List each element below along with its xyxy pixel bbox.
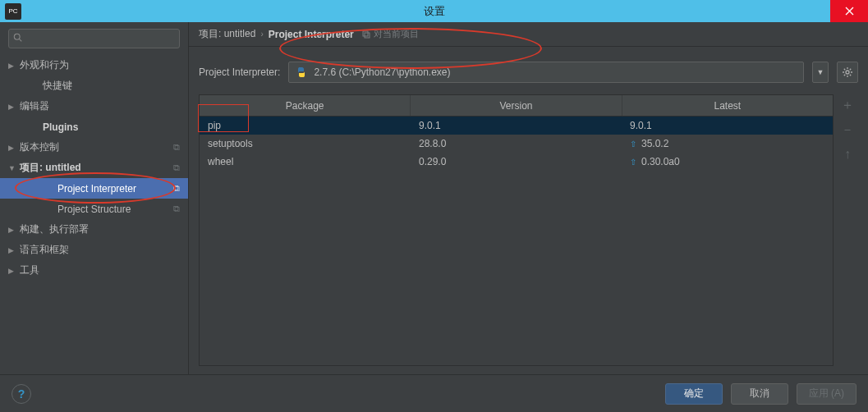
- column-latest[interactable]: Latest: [622, 95, 833, 116]
- tree-arrow-icon: ▶: [8, 62, 20, 70]
- tree-arrow-icon: ▶: [8, 226, 20, 234]
- svg-line-1: [19, 39, 21, 41]
- remove-package-button[interactable]: －: [838, 121, 857, 139]
- breadcrumb-project: 项目: untitled: [199, 27, 255, 41]
- table-row[interactable]: setuptools28.8.0⇧35.0.2: [200, 135, 833, 153]
- upgrade-available-icon: ⇧: [630, 158, 636, 167]
- svg-point-4: [846, 71, 849, 74]
- help-icon: ?: [18, 387, 25, 401]
- chevron-down-icon: ▼: [817, 68, 824, 76]
- table-cell: 0.29.0: [411, 156, 622, 167]
- sidebar-item[interactable]: ▶外观和行为: [0, 55, 188, 76]
- close-button[interactable]: [830, 0, 868, 22]
- ok-button[interactable]: 确定: [665, 383, 723, 405]
- sidebar-item-label: Plugins: [43, 121, 188, 133]
- settings-tree: ▶外观和行为快捷键▶编辑器Plugins▶版本控制⧉▼项目: untitled⧉…: [0, 53, 188, 374]
- interpreter-value: 2.7.6 (C:\Python27\python.exe): [314, 66, 450, 78]
- add-package-button[interactable]: ＋: [838, 96, 857, 114]
- gear-icon: [842, 66, 853, 78]
- breadcrumb-separator: ›: [260, 30, 263, 39]
- title-bar: PC 设置: [0, 0, 868, 22]
- sidebar-item[interactable]: ▼项目: untitled⧉: [0, 158, 188, 178]
- packages-table: Package Version Latest pip9.0.19.0.1setu…: [199, 94, 834, 366]
- sidebar-item[interactable]: ▶构建、执行部署: [0, 219, 188, 240]
- cell-text: 9.0.1: [630, 120, 652, 131]
- cell-text: pip: [208, 120, 221, 131]
- table-cell: pip: [200, 120, 411, 131]
- cell-text: 35.0.2: [641, 138, 668, 149]
- sidebar-item-label: Project Interpreter: [57, 183, 173, 195]
- minus-icon: －: [841, 121, 854, 139]
- breadcrumb: 项目: untitled › Project Interpreter 对当前项目: [189, 22, 868, 47]
- sidebar-item[interactable]: 快捷键: [0, 76, 188, 96]
- sidebar-item[interactable]: Project Structure⧉: [0, 199, 188, 219]
- copy-scope-icon: ⧉: [173, 183, 188, 194]
- sidebar-item-label: 项目: untitled: [20, 161, 173, 175]
- tree-arrow-icon: ▶: [8, 267, 20, 275]
- interpreter-dropdown-button[interactable]: ▼: [812, 62, 829, 83]
- copy-scope-icon: ⧉: [173, 204, 188, 214]
- app-icon: PC: [5, 3, 21, 20]
- help-button[interactable]: ?: [11, 384, 31, 404]
- sidebar-item[interactable]: ▶工具: [0, 260, 188, 281]
- settings-main-panel: 项目: untitled › Project Interpreter 对当前项目…: [189, 22, 868, 374]
- window-title: 设置: [424, 4, 445, 19]
- cell-text: 0.29.0: [419, 156, 446, 167]
- packages-toolbar: ＋ － ↑: [838, 94, 858, 366]
- breadcrumb-hint: 对当前项目: [362, 28, 419, 40]
- upgrade-package-button[interactable]: ↑: [838, 145, 857, 163]
- sidebar-item-label: 外观和行为: [20, 58, 188, 72]
- packages-header: Package Version Latest: [200, 95, 833, 117]
- cell-text: 9.0.1: [419, 120, 441, 131]
- table-cell: ⇧35.0.2: [622, 138, 833, 149]
- sidebar-item[interactable]: ▶版本控制⧉: [0, 137, 188, 158]
- svg-point-0: [14, 34, 20, 39]
- table-cell: 9.0.1: [411, 120, 622, 131]
- apply-button[interactable]: 应用 (A): [797, 383, 857, 405]
- table-cell: ⇧0.30.0a0: [622, 156, 833, 167]
- table-cell: setuptools: [200, 138, 411, 149]
- close-icon: [845, 7, 854, 16]
- sidebar-item-label: 版本控制: [20, 140, 173, 154]
- sidebar-item-label: 构建、执行部署: [20, 222, 188, 236]
- plus-icon: ＋: [841, 97, 854, 114]
- copy-scope-icon: ⧉: [173, 142, 188, 153]
- sidebar-item-label: 编辑器: [20, 99, 188, 113]
- table-cell: 9.0.1: [622, 120, 833, 131]
- table-row[interactable]: wheel0.29.0⇧0.30.0a0: [200, 153, 833, 171]
- cell-text: wheel: [208, 156, 233, 167]
- python-icon: [296, 66, 307, 78]
- tree-arrow-icon: ▶: [8, 246, 20, 254]
- column-version[interactable]: Version: [411, 95, 622, 116]
- cell-text: 0.30.0a0: [641, 156, 680, 167]
- sidebar-item-label: 语言和框架: [20, 243, 188, 257]
- sidebar-item-label: 工具: [20, 263, 188, 277]
- upgrade-available-icon: ⇧: [630, 140, 636, 149]
- cell-text: setuptools: [208, 138, 253, 149]
- column-package[interactable]: Package: [200, 95, 411, 116]
- sidebar-item[interactable]: Plugins: [0, 117, 188, 137]
- tree-arrow-icon: ▼: [8, 164, 20, 172]
- sidebar-item[interactable]: Project Interpreter⧉: [0, 178, 188, 199]
- interpreter-select[interactable]: 2.7.6 (C:\Python27\python.exe): [288, 62, 804, 83]
- interpreter-label: Project Interpreter:: [199, 66, 280, 78]
- sidebar-item-label: Project Structure: [57, 204, 173, 215]
- copy-scope-icon: ⧉: [173, 163, 188, 173]
- copy-icon: [362, 30, 370, 39]
- sidebar-item-label: 快捷键: [43, 79, 188, 93]
- table-cell: 28.8.0: [411, 138, 622, 149]
- up-arrow-icon: ↑: [844, 147, 851, 162]
- search-input[interactable]: [8, 29, 180, 48]
- tree-arrow-icon: ▶: [8, 144, 20, 152]
- sidebar-item[interactable]: ▶语言和框架: [0, 240, 188, 260]
- table-row[interactable]: pip9.0.19.0.1: [200, 117, 833, 135]
- sidebar-item[interactable]: ▶编辑器: [0, 96, 188, 117]
- cancel-button[interactable]: 取消: [731, 383, 788, 405]
- svg-rect-2: [363, 31, 368, 36]
- cell-text: 28.8.0: [419, 138, 446, 149]
- interpreter-settings-button[interactable]: [837, 62, 858, 83]
- dialog-footer: ? 确定 取消 应用 (A): [0, 374, 868, 412]
- table-cell: wheel: [200, 156, 411, 167]
- breadcrumb-page: Project Interpreter: [269, 29, 354, 40]
- settings-sidebar: ▶外观和行为快捷键▶编辑器Plugins▶版本控制⧉▼项目: untitled⧉…: [0, 22, 189, 374]
